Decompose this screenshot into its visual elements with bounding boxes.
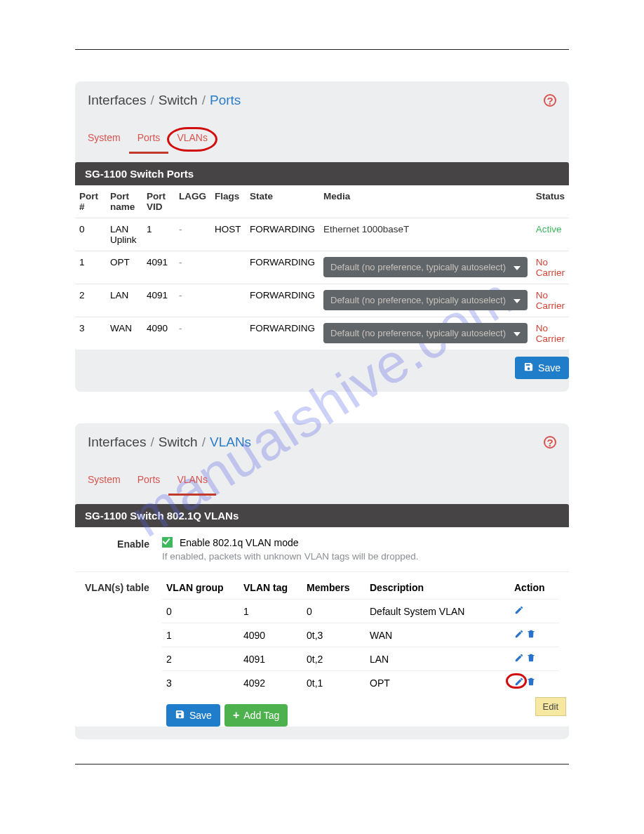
add-tag-label: Add Tag <box>243 710 279 721</box>
cell-portvid: 4091 <box>142 251 175 284</box>
tabs: System Ports VLANs <box>75 119 569 154</box>
tabs: System Ports VLANs <box>75 461 569 496</box>
cell-members: 0t,1 <box>302 671 365 695</box>
cell-members: 0t,2 <box>302 647 365 671</box>
cell-tag: 4091 <box>239 647 302 671</box>
cell-flags: HOST <box>210 218 246 251</box>
edit-callout: Edit <box>535 697 566 716</box>
table-row: 2 4091 0t,2 LAN <box>162 647 559 671</box>
tab-system[interactable]: System <box>79 125 129 154</box>
cell-portname: OPT <box>106 251 142 284</box>
bottom-rule <box>75 764 569 764</box>
help-icon[interactable]: ? <box>544 94 556 107</box>
breadcrumb-switch[interactable]: Switch <box>159 93 198 108</box>
help-icon[interactable]: ? <box>544 436 556 449</box>
col-state: State <box>246 185 319 218</box>
vlan-table-label: VLAN(s) table <box>85 576 162 694</box>
cell-lagg: - <box>175 284 210 317</box>
col-lagg: LAGG <box>175 185 210 218</box>
table-row: 3 WAN 4090 - FORWARDING Default (no pref… <box>75 317 569 350</box>
table-row: 1 OPT 4091 - FORWARDING Default (no pref… <box>75 251 569 284</box>
cell-action <box>510 600 559 623</box>
breadcrumb-switch[interactable]: Switch <box>159 435 198 450</box>
media-select[interactable]: Default (no preference, typically autose… <box>323 257 528 277</box>
cell-flags <box>210 317 246 350</box>
cell-tag: 1 <box>239 600 302 623</box>
panel-switch-ports: Interfaces / Switch / Ports ? System Por… <box>75 81 569 392</box>
table-row: 2 LAN 4091 - FORWARDING Default (no pref… <box>75 284 569 317</box>
col-flags: Flags <box>210 185 246 218</box>
add-tag-button[interactable]: + Add Tag <box>224 704 288 727</box>
table-row: 3 4092 0t,1 OPT <box>162 671 559 695</box>
vlan-table-row: VLAN(s) table VLAN group VLAN tag Member… <box>75 571 569 694</box>
breadcrumb: Interfaces / Switch / Ports ? <box>75 81 569 119</box>
enable-help: If enabled, packets with unknown VLAN ta… <box>162 551 559 562</box>
tab-system[interactable]: System <box>79 467 129 496</box>
enable-checkbox[interactable] <box>162 537 173 548</box>
breadcrumb-vlans: VLANs <box>210 435 251 450</box>
cell-lagg: - <box>175 317 210 350</box>
trash-icon[interactable] <box>526 677 536 689</box>
pencil-icon[interactable] <box>514 653 524 665</box>
breadcrumb-interfaces[interactable]: Interfaces <box>88 435 146 450</box>
trash-icon[interactable] <box>526 653 536 665</box>
tab-vlans[interactable]: VLANs <box>168 125 216 154</box>
breadcrumb-interfaces[interactable]: Interfaces <box>88 93 146 108</box>
table-row: 0 LAN Uplink 1 - HOST FORWARDING Etherne… <box>75 218 569 251</box>
col-media: Media <box>319 185 532 218</box>
cell-portname: WAN <box>106 317 142 350</box>
pencil-icon[interactable] <box>514 629 524 641</box>
cell-media: Ethernet 1000baseT <box>319 218 532 251</box>
breadcrumb-sep: / <box>150 93 154 108</box>
cell-portnum: 0 <box>75 218 106 251</box>
cell-flags <box>210 251 246 284</box>
cell-action <box>510 623 559 647</box>
cell-status: Active <box>532 218 569 251</box>
cell-portnum: 2 <box>75 284 106 317</box>
save-button[interactable]: Save <box>166 704 220 727</box>
cell-group: 2 <box>162 647 239 671</box>
col-action: Action <box>510 576 559 600</box>
save-icon <box>175 709 185 722</box>
cell-portvid: 4091 <box>142 284 175 317</box>
cell-state: FORWARDING <box>246 218 319 251</box>
media-select[interactable]: Default (no preference, typically autose… <box>323 323 528 343</box>
card-title: SG-1100 Switch 802.1Q VLANs <box>75 504 569 527</box>
save-button[interactable]: Save <box>515 357 569 379</box>
cell-portnum: 1 <box>75 251 106 284</box>
cell-portname: LAN <box>106 284 142 317</box>
cell-group: 1 <box>162 623 239 647</box>
cell-portnum: 3 <box>75 317 106 350</box>
cell-flags <box>210 284 246 317</box>
tab-vlans[interactable]: VLANs <box>168 467 216 496</box>
card-title: SG-1100 Switch Ports <box>75 162 569 185</box>
cell-description: WAN <box>365 623 510 647</box>
tab-ports[interactable]: Ports <box>129 467 169 496</box>
col-portvid: Port VID <box>142 185 175 218</box>
breadcrumb-sep: / <box>150 435 154 450</box>
cell-lagg: - <box>175 251 210 284</box>
save-label: Save <box>189 710 212 721</box>
pencil-icon[interactable] <box>514 677 524 689</box>
cell-description: LAN <box>365 647 510 671</box>
cell-status: No Carrier <box>532 317 569 350</box>
cell-state: FORWARDING <box>246 284 319 317</box>
save-label: Save <box>538 362 561 373</box>
cell-action <box>510 671 559 695</box>
table-row: 0 1 0 Default System VLAN <box>162 600 559 623</box>
cell-group: 0 <box>162 600 239 623</box>
col-description: Description <box>365 576 510 600</box>
cell-state: FORWARDING <box>246 317 319 350</box>
col-portname: Port name <box>106 185 142 218</box>
ports-table: Port # Port name Port VID LAGG Flags Sta… <box>75 185 569 350</box>
cell-status: No Carrier <box>532 284 569 317</box>
media-select[interactable]: Default (no preference, typically autose… <box>323 290 528 310</box>
trash-icon[interactable] <box>526 629 536 641</box>
cell-action <box>510 647 559 671</box>
vlans-card: SG-1100 Switch 802.1Q VLANs Enable Enabl… <box>75 504 569 727</box>
save-row: Save <box>75 350 569 379</box>
tab-ports[interactable]: Ports <box>129 125 169 154</box>
cell-tag: 4090 <box>239 623 302 647</box>
cell-media: Default (no preference, typically autose… <box>319 251 532 284</box>
pencil-icon[interactable] <box>514 605 524 617</box>
